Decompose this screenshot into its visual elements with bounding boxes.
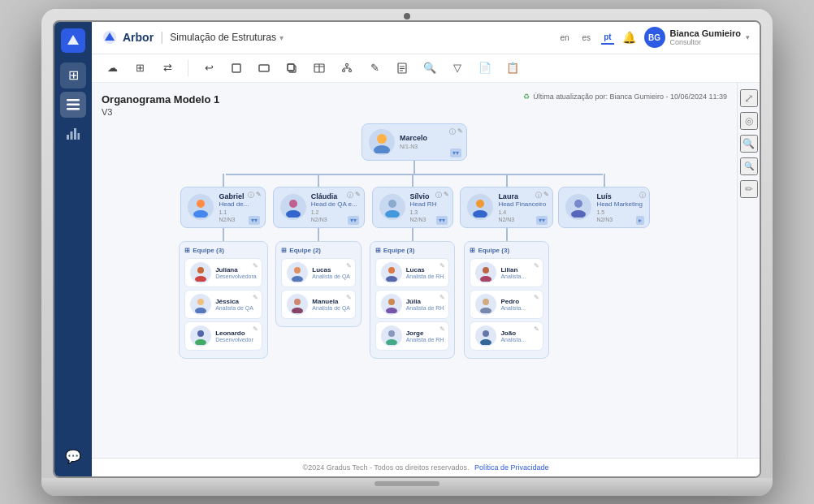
claudia-info-icon[interactable]: ⓘ [347, 191, 353, 200]
svg-rect-4 [67, 135, 69, 140]
svg-point-44 [292, 308, 303, 313]
luis-info-icon[interactable]: ⓘ [639, 191, 646, 200]
sidebar-item-menu[interactable] [60, 92, 86, 118]
sidebar-item-chat[interactable]: 💬 [60, 444, 86, 470]
silvio-expand[interactable]: ▾▾ [436, 216, 448, 225]
root-avatar [369, 129, 395, 155]
silvio-edit-icon[interactable]: ✎ [444, 191, 449, 200]
member-leonardo[interactable]: Leonardo Desenvolvedor ✎ [184, 321, 262, 351]
tool-expand-icon[interactable]: ⤢ [740, 89, 758, 107]
svg-point-43 [294, 299, 301, 305]
laura-expand[interactable]: ▾▾ [536, 216, 548, 225]
tool-copy[interactable] [281, 58, 302, 79]
tool-cloud[interactable]: ☁ [102, 58, 123, 79]
node-silvio[interactable]: Sílvio Head RH 1.3 N2/N3 ⓘ ✎ [372, 187, 453, 228]
member-juliana[interactable]: Juliana Desenvolvedora ✎ [184, 258, 262, 287]
brand-name: Arbor [123, 31, 154, 44]
right-panel: ⤢ ◎ 🔍 🔍 ✏ [737, 83, 760, 458]
org-chart: Marcelo N/1-N3 ⓘ ✎ ▾▾ [102, 123, 727, 359]
gabriel-info-icon[interactable]: ⓘ [248, 191, 254, 200]
luis-expand[interactable]: ▸ [636, 216, 644, 225]
tool-exchange[interactable]: ⇄ [157, 58, 178, 79]
svg-point-35 [197, 299, 204, 305]
user-avatar: BG [644, 27, 665, 48]
member-lilian[interactable]: Lilian Analista... ✎ [470, 258, 543, 287]
pedro-edit[interactable]: ✎ [534, 294, 539, 301]
lang-es[interactable]: es [580, 32, 594, 44]
tool-frame2[interactable] [253, 58, 275, 79]
svg-point-46 [385, 210, 400, 218]
gabriel-edit-icon[interactable]: ✎ [256, 191, 262, 200]
svg-point-55 [483, 267, 489, 274]
tool-target-icon[interactable]: ◎ [740, 112, 758, 130]
tool-hierarchy[interactable] [336, 58, 357, 79]
juliana-edit[interactable]: ✎ [253, 262, 258, 269]
member-julia[interactable]: Júlia Analista de RH ✎ [375, 290, 450, 319]
claudia-edit-icon[interactable]: ✎ [355, 191, 361, 200]
tool-doc[interactable] [392, 58, 413, 79]
tool-doc3[interactable]: 📋 [502, 58, 523, 79]
sidebar-item-charts[interactable] [60, 121, 86, 147]
tool-zoom-out-icon[interactable]: 🔍 [740, 157, 758, 175]
svg-point-32 [193, 210, 208, 218]
l2-section-luis: Luís Head Marketing 1.5 N2/N3 ⓘ [558, 174, 649, 228]
notification-icon[interactable]: 🔔 [622, 31, 636, 44]
tool-doc2[interactable]: 📄 [474, 58, 496, 79]
root-expand[interactable]: ▾▾ [450, 149, 461, 157]
silvio-info-icon[interactable]: ⓘ [435, 191, 442, 200]
canvas-area[interactable]: Organograma Modelo 1 V3 ♻ Última atualiz… [92, 83, 737, 458]
joao-edit[interactable]: ✎ [534, 325, 539, 333]
tool-filter[interactable]: ▽ [447, 58, 468, 79]
manuela-edit[interactable]: ✎ [346, 294, 352, 301]
svg-point-50 [386, 308, 397, 313]
jessica-edit[interactable]: ✎ [253, 294, 258, 301]
julia-edit[interactable]: ✎ [439, 294, 445, 301]
sidebar-item-home[interactable]: ⊞ [60, 62, 86, 88]
lucas-qa-edit[interactable]: ✎ [346, 262, 352, 269]
svg-rect-10 [232, 64, 240, 72]
member-jessica[interactable]: Jéssica Analista de QA ✎ [184, 290, 262, 319]
laura-info-icon[interactable]: ⓘ [535, 191, 542, 200]
member-joao[interactable]: João Analista... ✎ [470, 321, 543, 351]
gabriel-expand[interactable]: ▾▾ [249, 216, 260, 225]
member-jorge[interactable]: Jorge Analista de RH ✎ [375, 321, 450, 351]
svg-point-61 [574, 200, 582, 208]
tool-zoom-in-icon[interactable]: 🔍 [740, 135, 758, 153]
tool-grid[interactable]: ⊞ [129, 58, 150, 79]
svg-point-52 [386, 339, 397, 345]
lilian-edit[interactable]: ✎ [534, 262, 539, 269]
team-box-laura: ⊞ Equipe (3) [464, 241, 549, 359]
tool-search[interactable]: 🔍 [419, 58, 440, 79]
node-gabriel[interactable]: Gabriel Head de... 1.1 N2/N3 ⓘ ✎ [180, 187, 266, 228]
svg-point-19 [343, 69, 345, 71]
member-lucas-qa[interactable]: Lucas Analista de QA ✎ [281, 258, 356, 287]
sidebar-logo [61, 28, 85, 53]
tool-edit[interactable]: ✎ [364, 58, 385, 79]
tool-frame1[interactable] [226, 58, 247, 79]
svg-point-60 [480, 339, 491, 345]
node-laura[interactable]: Laura Head Financeiro 1.4 N2/N3 ⓘ ✎ [460, 187, 553, 228]
user-chevron-icon[interactable]: ▾ [746, 33, 750, 41]
laura-edit-icon[interactable]: ✎ [543, 191, 549, 200]
tool-undo[interactable]: ↩ [198, 58, 219, 79]
member-lucas-rh[interactable]: Lucas Analista de RH ✎ [375, 258, 450, 287]
svg-point-40 [286, 210, 301, 218]
node-luis[interactable]: Luís Head Marketing 1.5 N2/N3 ⓘ [558, 187, 649, 228]
jorge-edit[interactable]: ✎ [439, 325, 445, 333]
tool-pen-icon[interactable]: ✏ [740, 180, 758, 198]
root-edit-icon[interactable]: ✎ [457, 127, 463, 136]
tool-table[interactable] [309, 58, 330, 79]
member-pedro[interactable]: Pedro Analista... ✎ [470, 290, 543, 319]
claudia-expand[interactable]: ▾▾ [348, 216, 359, 225]
lang-pt[interactable]: pt [601, 31, 613, 45]
node-claudia[interactable]: Cláudia Head de QA e... 1.2 N2/N3 ⓘ ✎ [273, 187, 365, 228]
lucas-rh-edit[interactable]: ✎ [439, 262, 445, 269]
lang-en[interactable]: en [557, 32, 571, 44]
team-box-silvio: ⊞ Equipe (3) [370, 241, 456, 359]
root-node[interactable]: Marcelo N/1-N3 ⓘ ✎ ▾▾ [362, 123, 467, 161]
member-manuela[interactable]: Manuela Analista de QA ✎ [281, 290, 356, 319]
sub-toolbar: ☁ ⊞ ⇄ ↩ [92, 54, 760, 83]
root-info-icon[interactable]: ⓘ [449, 127, 456, 136]
leonardo-edit[interactable]: ✎ [253, 325, 258, 333]
footer-link[interactable]: Política de Privacidade [474, 463, 549, 472]
